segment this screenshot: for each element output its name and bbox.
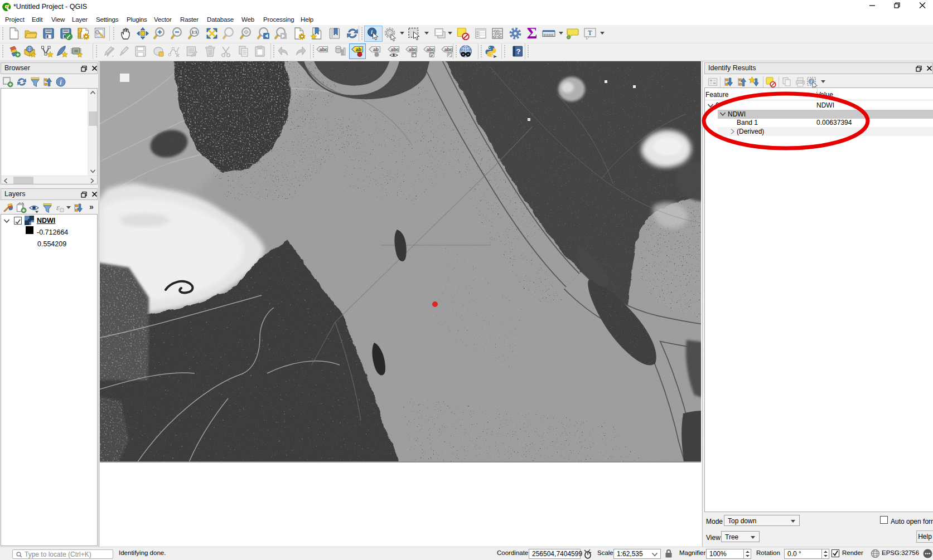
svg-text:abc: abc [391,47,399,52]
svg-text:abc: abc [444,47,453,52]
svg-text:?: ? [516,47,521,56]
svg-text:ε: ε [56,203,60,212]
svg-text:ab: ab [373,47,379,52]
svg-text:T: T [588,29,592,37]
svg-text:abc: abc [427,47,435,52]
svg-text:ab: ab [356,47,361,52]
svg-text:abc: abc [409,47,417,52]
svg-text:abc: abc [320,47,328,52]
svg-text:1:1: 1:1 [191,30,197,34]
